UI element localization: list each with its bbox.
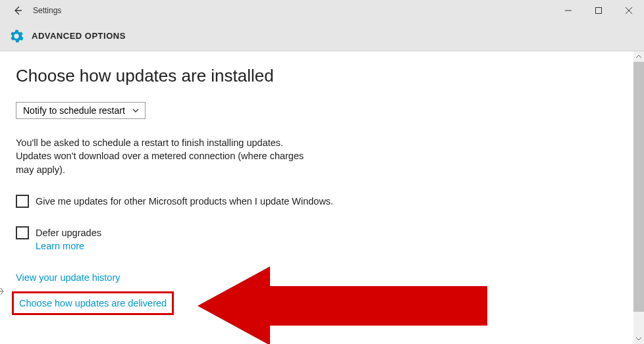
dropdown-value: Notify to schedule restart: [23, 105, 125, 116]
section-heading: Choose how updates are installed: [16, 66, 628, 86]
page-title: ADVANCED OPTIONS: [28, 31, 126, 41]
resize-handle-icon: [0, 285, 5, 297]
titlebar: Settings: [0, 0, 644, 21]
window-controls: [553, 0, 644, 21]
back-button[interactable]: [5, 0, 30, 21]
vertical-scrollbar[interactable]: [633, 51, 644, 344]
learn-more-link[interactable]: Learn more: [36, 241, 84, 251]
scroll-up-icon: [633, 51, 644, 62]
checkbox-label: Give me updates for other Microsoft prod…: [36, 195, 333, 208]
close-button[interactable]: [614, 0, 644, 21]
description-text: You'll be asked to schedule a restart to…: [16, 136, 306, 176]
checkbox-other-products[interactable]: Give me updates for other Microsoft prod…: [16, 195, 385, 208]
scrollbar-thumb[interactable]: [633, 62, 644, 312]
window-title: Settings: [30, 6, 61, 15]
restart-schedule-dropdown[interactable]: Notify to schedule restart: [16, 102, 146, 119]
maximize-icon: [595, 7, 602, 14]
close-icon: [626, 7, 632, 14]
chevron-down-icon: [132, 107, 140, 114]
content-area: Choose how updates are installed Notify …: [0, 51, 644, 330]
highlight-annotation: Choose how updates are delivered: [12, 291, 174, 315]
back-arrow-icon: [13, 5, 23, 16]
choose-updates-delivered-link[interactable]: Choose how updates are delivered: [19, 298, 167, 308]
minimize-icon: [565, 7, 572, 14]
checkbox-box-icon: [16, 226, 29, 239]
view-update-history-link[interactable]: View your update history: [16, 272, 121, 283]
checkbox-defer-upgrades[interactable]: Defer upgrades Learn more: [16, 226, 385, 252]
minimize-button[interactable]: [553, 0, 583, 21]
page-header: ADVANCED OPTIONS: [0, 21, 644, 51]
gear-icon: [5, 29, 28, 43]
maximize-button[interactable]: [583, 0, 614, 21]
checkbox-box-icon: [16, 195, 29, 208]
scroll-down-icon: [633, 333, 644, 344]
svg-rect-0: [596, 8, 602, 14]
checkbox-label: Defer upgrades: [36, 226, 101, 239]
